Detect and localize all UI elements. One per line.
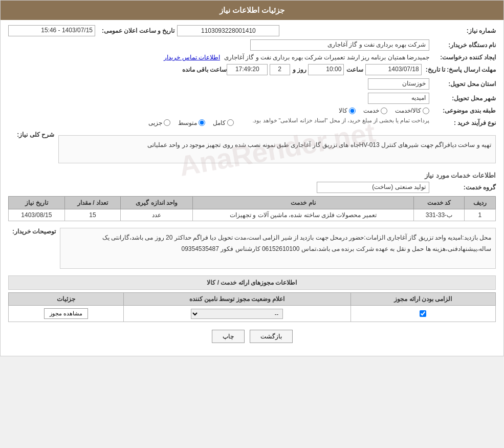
buyer-org-row: نام دستگاه خریدار: شرکت بهره برداری نفت … (8, 39, 496, 51)
services-table-header-row: ردیف کد خدمت نام خدمت واحد اندازه گیری ت… (9, 197, 496, 209)
category-row: طبقه بندی موضوعی: کالا/خدمت خدمت کالا (8, 107, 496, 114)
permits-status-cell: -- (123, 306, 350, 322)
buyer-org-label: نام دستگاه خریدار: (429, 41, 496, 49)
col-quantity: تعداد / مقدار (64, 197, 121, 209)
quantity: 15 (64, 209, 121, 221)
permits-table: الزامی بودن ارائه مجوز اعلام وضعیت مجوز … (8, 292, 496, 322)
response-time: 10:00 (308, 64, 344, 75)
need-number-left: 1103093228001410 تاریخ و ساعت اعلان عموم… (8, 25, 279, 36)
need-desc-section: تهیه و ساخت دیافراگم جهت شیرهای کنترل HV… (8, 131, 496, 167)
need-desc-row: تهیه و ساخت دیافراگم جهت شیرهای کنترل HV… (8, 131, 496, 167)
print-button[interactable]: چاپ (212, 330, 245, 343)
permits-header-row: الزامی بودن ارائه مجوز اعلام وضعیت مجوز … (9, 293, 496, 306)
need-number-value: 1103093228001410 (177, 25, 279, 36)
page-title: جزئیات اطلاعات نیاز (220, 6, 284, 14)
category-radio-khedmat[interactable]: خدمت (363, 107, 387, 114)
permits-status-select[interactable]: -- (191, 309, 283, 319)
announce-date-value: 1403/07/15 - 15:46 (8, 25, 95, 36)
back-button[interactable]: بازگشت (250, 330, 293, 343)
service-code: ب-33-331 (414, 209, 465, 221)
radio-kala-khedmat[interactable] (423, 108, 429, 114)
response-days: 2 (270, 64, 290, 75)
need-date: 1403/08/15 (9, 209, 65, 221)
table-row: 1 ب-33-331 تعمیر محصولات فلزی ساخته شده،… (9, 209, 496, 221)
permits-title: اطلاعات مجوزهای ارائه خدمت / کالا (8, 275, 496, 290)
category-label: طبقه بندی موضوعی: (429, 107, 496, 114)
city-row: شهر محل تحویل: امیدیه (8, 93, 496, 104)
service-group-row: گروه خدمت: تولید صنعتی (ساخت) (8, 182, 496, 193)
need-desc-box: تهیه و ساخت دیافراگم جهت شیرهای کنترل HV… (58, 135, 496, 163)
response-days-label: روز و (293, 66, 306, 73)
radio-motavaset[interactable] (199, 119, 205, 126)
process-notice: پرداخت تمام یا بخشی از مبلغ خرید، از محل… (252, 117, 429, 124)
radio-kamil-label: کامل (213, 119, 226, 126)
category-radio-kala[interactable]: کالا (339, 107, 356, 114)
radio-kala-label: کالا (339, 107, 347, 114)
buyer-notes-value: محل بازدید:امیدیه واحد تزریق گاز آغاجاری… (102, 234, 491, 252)
category-radio-group: کالا/خدمت خدمت کالا (339, 107, 429, 114)
province-value: خوزستان (368, 78, 429, 90)
creator-label: ایجاد کننده درخواست: (429, 54, 496, 61)
radio-jozii[interactable] (164, 119, 170, 126)
permits-col-details: جزئیات (9, 293, 124, 306)
col-date: تاریخ نیاز (9, 197, 65, 209)
radio-kala[interactable] (349, 108, 356, 114)
process-radio-group: پرداخت تمام یا بخشی از مبلغ خرید، از محل… (148, 117, 429, 128)
need-desc-label: شرح کلی نیاز: (8, 131, 54, 138)
need-number-row: شماره نیاز: 1103093228001410 تاریخ و ساع… (8, 25, 496, 36)
process-radio-jozii[interactable]: جزیی (148, 119, 170, 126)
page-header: جزئیات اطلاعات نیاز (1, 1, 503, 20)
col-service-name: نام خدمت (192, 197, 413, 209)
radio-kamil[interactable] (227, 119, 234, 126)
service-name: تعمیر محصولات فلزی ساخته شده، ماشین آلات… (192, 209, 413, 221)
row-num: 1 (464, 209, 495, 221)
buyer-notes-box: محل بازدید:امیدیه واحد تزریق گاز آغاجاری… (60, 228, 496, 269)
permits-required-cell (350, 306, 495, 322)
page-container: جزئیات اطلاعات نیاز شماره نیاز: 11030932… (0, 0, 504, 356)
services-table-body: 1 ب-33-331 تعمیر محصولات فلزی ساخته شده،… (9, 209, 496, 221)
radio-khedmat[interactable] (381, 108, 387, 114)
process-radio-motavaset[interactable]: متوسط (178, 119, 205, 126)
buyer-notes-label: توصیحات خریدار: (8, 228, 56, 235)
radio-jozii-label: جزیی (148, 119, 162, 126)
city-value: امیدیه (368, 93, 429, 104)
permits-col-required: الزامی بودن ارائه مجوز (350, 293, 495, 306)
need-number-right: شماره نیاز: (429, 27, 496, 34)
footer-buttons: بازگشت چاپ (8, 330, 496, 343)
announce-date-label: تاریخ و ساعت اعلان عمومی: (98, 27, 174, 34)
response-deadline-row: مهلت ارسال پاسخ: تا تاریخ: 1403/07/18 سا… (8, 64, 496, 75)
permits-checkbox-wrapper (355, 310, 491, 317)
radio-khedmat-label: خدمت (363, 107, 379, 114)
process-radio-kamil[interactable]: کامل (213, 119, 234, 126)
response-date: 1403/07/18 (365, 64, 422, 75)
buyer-org-value: شرکت بهره برداری نفت و گاز آغاجاری (250, 39, 429, 51)
province-label: استان محل تحویل: (429, 80, 496, 88)
services-table-head: ردیف کد خدمت نام خدمت واحد اندازه گیری ت… (9, 197, 496, 209)
radio-kala-khedmat-label: کالا/خدمت (395, 107, 421, 114)
category-radio-kala-khedmat[interactable]: کالا/خدمت (395, 107, 429, 114)
col-row-num: ردیف (464, 197, 495, 209)
unit: عدد (121, 209, 192, 221)
process-row: نوع فرآیند خرید : پرداخت تمام یا بخشی از… (8, 117, 496, 128)
city-label: شهر محل تحویل: (429, 95, 496, 102)
radio-motavaset-label: متوسط (178, 119, 197, 126)
permits-section: اطلاعات مجوزهای ارائه خدمت / کالا الزامی… (8, 275, 496, 322)
permits-required-checkbox[interactable] (420, 310, 426, 317)
service-group-value: تولید صنعتی (ساخت) (317, 182, 429, 193)
col-unit: واحد اندازه گیری (121, 197, 192, 209)
permits-table-body: -- مشاهده مجوز (9, 306, 496, 322)
creator-value: جمیدرضا همتیان برنامه ریز ارشد تعمیرات ش… (224, 54, 429, 61)
process-label: نوع فرآیند خرید : (429, 119, 496, 126)
view-permit-button[interactable]: مشاهده مجوز (44, 308, 88, 319)
response-remaining: 17:49:20 (227, 64, 268, 75)
permits-details-cell: مشاهده مجوز (9, 306, 124, 322)
need-number-label: شماره نیاز: (429, 27, 496, 34)
buyer-notes-section: محل بازدید:امیدیه واحد تزریق گاز آغاجاری… (8, 225, 496, 271)
col-service-code: کد خدمت (414, 197, 465, 209)
services-info-label: اطلاعات خدمات مورد نیاز (8, 172, 496, 179)
creator-row: ایجاد کننده درخواست: جمیدرضا همتیان برنا… (8, 54, 496, 61)
creator-link[interactable]: اطلاعات تماس خریدار (164, 54, 220, 61)
permits-table-head: الزامی بودن ارائه مجوز اعلام وضعیت مجوز … (9, 293, 496, 306)
response-remaining-label: ساعت باقی مانده (182, 66, 227, 73)
permits-col-status: اعلام وضعیت مجوز توسط نامین کننده (123, 293, 350, 306)
